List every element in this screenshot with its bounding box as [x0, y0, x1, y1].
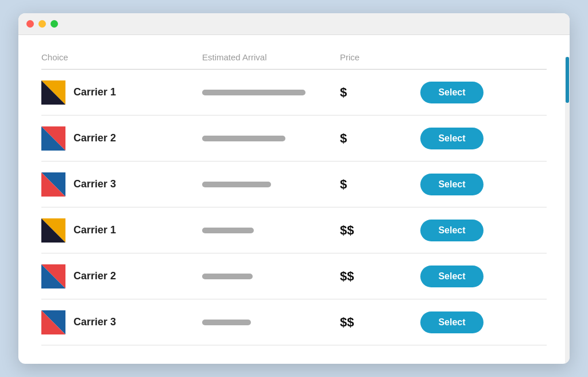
scrollbar-track[interactable] — [565, 57, 570, 364]
carrier-name: Carrier 1 — [74, 86, 116, 98]
carrier-name: Carrier 3 — [74, 316, 116, 328]
arrival-bar-container — [202, 228, 340, 233]
table-row: Carrier 3 $$ Select — [41, 299, 547, 345]
carrier-cell: Carrier 3 — [41, 172, 202, 197]
table-container: Choice Estimated Arrival Price Carrier 1… — [18, 35, 570, 364]
table-body: Carrier 1 $ Select Carrier 2 $ Select — [41, 70, 547, 352]
arrival-bar — [202, 274, 253, 279]
title-bar — [18, 13, 570, 35]
select-button[interactable]: Select — [420, 128, 483, 149]
price-cell: $ — [340, 85, 420, 100]
carrier-logo-icon — [41, 80, 65, 105]
col-header-price: Price — [340, 52, 420, 62]
select-button-container: Select — [420, 311, 501, 333]
carrier-cell: Carrier 3 — [41, 310, 202, 334]
select-button[interactable]: Select — [420, 311, 483, 333]
carrier-logo-icon — [41, 172, 65, 197]
arrival-bar-container — [202, 90, 340, 95]
select-button-container: Select — [420, 266, 501, 287]
select-button[interactable]: Select — [420, 174, 483, 195]
carrier-name: Carrier 3 — [74, 178, 116, 190]
carrier-logo-icon — [41, 218, 65, 243]
arrival-bar-container — [202, 136, 340, 141]
arrival-bar — [202, 320, 251, 325]
arrival-bar — [202, 136, 285, 141]
select-button[interactable]: Select — [420, 220, 483, 241]
maximize-dot[interactable] — [51, 20, 58, 28]
table-row: Carrier 1 $$ Select — [41, 207, 547, 253]
price-cell: $ — [340, 131, 420, 146]
carrier-cell: Carrier 2 — [41, 126, 202, 151]
table-row: Carrier 2 $$ Select — [41, 253, 547, 299]
price-cell: $$ — [340, 315, 420, 330]
select-button-container: Select — [420, 128, 501, 149]
carrier-name: Carrier 2 — [74, 132, 116, 144]
select-button-container: Select — [420, 220, 501, 241]
close-dot[interactable] — [26, 20, 34, 28]
select-button-container: Select — [420, 174, 501, 195]
minimize-dot[interactable] — [38, 20, 46, 28]
arrival-bar-container — [202, 320, 340, 325]
carrier-logo-icon — [41, 264, 65, 288]
price-cell: $ — [340, 177, 420, 192]
carrier-cell: Carrier 1 — [41, 218, 202, 243]
carrier-name: Carrier 2 — [74, 270, 116, 282]
carrier-cell: Carrier 2 — [41, 264, 202, 288]
scrollbar-thumb[interactable] — [566, 57, 569, 103]
table-header: Choice Estimated Arrival Price — [41, 52, 547, 70]
carrier-name: Carrier 1 — [74, 224, 116, 236]
arrival-bar-container — [202, 274, 340, 279]
arrival-bar — [202, 182, 271, 187]
carrier-logo-icon — [41, 310, 65, 334]
table-row: Carrier 1 $ Select — [41, 70, 547, 116]
table-row: Carrier 2 $ Select — [41, 116, 547, 161]
select-button-container: Select — [420, 82, 501, 103]
select-button[interactable]: Select — [420, 266, 483, 287]
arrival-bar-container — [202, 182, 340, 187]
col-header-action — [420, 52, 501, 62]
table-row: Carrier 3 $ Select — [41, 161, 547, 207]
arrival-bar — [202, 228, 254, 233]
price-cell: $$ — [340, 223, 420, 238]
arrival-bar — [202, 90, 305, 95]
col-header-arrival: Estimated Arrival — [202, 52, 340, 62]
carrier-logo-icon — [41, 126, 65, 151]
price-cell: $$ — [340, 269, 420, 284]
col-header-choice: Choice — [41, 52, 202, 62]
main-window: Choice Estimated Arrival Price Carrier 1… — [18, 13, 570, 364]
carrier-cell: Carrier 1 — [41, 80, 202, 105]
select-button[interactable]: Select — [420, 82, 483, 103]
